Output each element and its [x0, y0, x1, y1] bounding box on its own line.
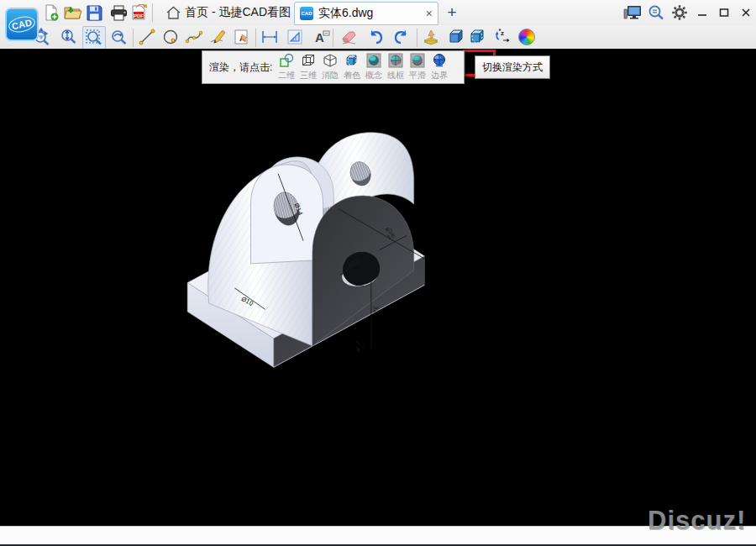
- home-icon: [166, 6, 181, 19]
- circle-tool-button[interactable]: [160, 26, 181, 48]
- zoom-previous-icon: [109, 28, 128, 46]
- maximize-icon: [719, 8, 729, 18]
- render-option-wireframe[interactable]: 线框: [385, 53, 407, 81]
- layers-icon: [423, 28, 443, 46]
- render-option-smooth[interactable]: 平滑: [407, 53, 428, 81]
- render-option-3d[interactable]: 三维: [297, 53, 319, 81]
- close-button[interactable]: [736, 4, 756, 21]
- app-window: CAD: [0, 0, 756, 546]
- line-icon: [138, 28, 156, 46]
- toggle-render-mode-button[interactable]: [465, 26, 487, 48]
- render-conceptual-icon: [366, 53, 381, 68]
- pencil-icon: [208, 28, 227, 46]
- open-file-button[interactable]: [62, 2, 84, 24]
- text-icon: A: [312, 28, 331, 46]
- render-option-2d[interactable]: 二维: [276, 53, 297, 81]
- area-tool-button[interactable]: [284, 26, 306, 48]
- svg-text:A: A: [315, 30, 324, 45]
- undo-button[interactable]: [365, 26, 386, 48]
- render-2d-icon: [279, 53, 294, 68]
- render-3d-icon: [301, 53, 316, 68]
- dimension-icon: [260, 28, 279, 46]
- render-smooth-icon: [410, 53, 425, 68]
- render-option-conceptual[interactable]: 概念: [363, 53, 385, 81]
- home-tab-label: 首页 - 迅捷CAD看图: [185, 5, 291, 20]
- save-icon: [87, 5, 102, 21]
- separator: [255, 29, 256, 47]
- separator: [417, 29, 417, 47]
- axis-orientation-button[interactable]: z: [491, 26, 512, 48]
- area-icon: [286, 28, 304, 46]
- zoom-search-icon: [648, 4, 664, 21]
- tab-file-active[interactable]: CAD 实体6.dwg ×: [294, 2, 438, 25]
- new-tab-button[interactable]: +: [443, 3, 461, 23]
- text-tool-button[interactable]: A: [311, 26, 333, 48]
- view-3d-cube-button[interactable]: [444, 26, 465, 48]
- app-logo-icon: CAD: [5, 8, 39, 41]
- title-bar: CAD: [0, 0, 756, 26]
- undo-icon: [366, 28, 385, 46]
- svg-text:PDF: PDF: [134, 13, 144, 18]
- toolbar: A A: [0, 25, 756, 50]
- render-popup-label: 渲染，请点击:: [209, 60, 272, 75]
- discuz-watermark: Discuz!: [648, 506, 746, 536]
- tooltip-switch-render-mode: 切换渲染方式: [475, 55, 550, 79]
- render-hidden-icon: [323, 53, 338, 68]
- sketch-pencil-button[interactable]: [207, 26, 228, 48]
- color-wheel-icon: [518, 29, 535, 45]
- zoom-window-button[interactable]: [82, 26, 106, 50]
- zoom-vertical-button[interactable]: [57, 26, 79, 48]
- zoom-window-icon: [85, 29, 103, 47]
- remote-screen-icon: [623, 4, 642, 21]
- dwg-file-icon: CAD: [300, 7, 313, 20]
- logo-text: CAD: [8, 14, 37, 34]
- new-file-button[interactable]: [40, 2, 62, 24]
- 3d-model-bearing-bracket: Ø14 18 R12 32 Ø10 9 40: [0, 49, 756, 526]
- maximize-button[interactable]: [714, 4, 734, 21]
- cube-icon: [445, 28, 464, 46]
- redo-button[interactable]: [391, 26, 412, 48]
- open-folder-icon: [64, 4, 82, 21]
- color-wheel-button[interactable]: [516, 26, 538, 48]
- circle-icon: [161, 28, 180, 46]
- zoom-previous-button[interactable]: [108, 26, 129, 48]
- settings-button[interactable]: [669, 2, 690, 24]
- render-option-boundary[interactable]: 边界: [428, 53, 450, 81]
- pdf-export-icon: PDF: [130, 4, 147, 21]
- printer-icon: [110, 5, 128, 21]
- tab-home[interactable]: 首页 - 迅捷CAD看图: [161, 0, 296, 25]
- layers-button[interactable]: [422, 26, 444, 48]
- line-tool-button[interactable]: [136, 26, 158, 48]
- render-shaded-icon: [344, 53, 360, 68]
- minimize-icon: [697, 8, 707, 18]
- gear-icon: [671, 4, 688, 21]
- render-option-hidden[interactable]: 消隐: [319, 53, 341, 81]
- axis-icon: z: [492, 28, 511, 46]
- spline-icon: [185, 28, 203, 46]
- file-tab-label: 实体6.dwg: [318, 6, 373, 21]
- print-button[interactable]: [108, 2, 129, 24]
- new-file-icon: [43, 4, 60, 21]
- separator: [333, 29, 333, 47]
- zoom-vertical-icon: [59, 28, 77, 46]
- separator: [133, 29, 134, 47]
- dimension-tool-button[interactable]: [259, 26, 281, 48]
- dim-label: 32: [372, 306, 380, 313]
- spline-tool-button[interactable]: [183, 26, 205, 48]
- status-bar: 模型 迅捷CAD: www.xunjiecad.com 版本：3.5.0.2: [0, 526, 756, 546]
- render-cube-icon: [467, 28, 486, 46]
- render-wireframe-icon: [388, 53, 403, 68]
- tab-close-icon[interactable]: ×: [426, 7, 433, 20]
- render-option-shaded[interactable]: 着色: [341, 53, 363, 81]
- export-pdf-button[interactable]: PDF: [128, 2, 150, 24]
- minimize-button[interactable]: [692, 4, 712, 21]
- save-button[interactable]: [83, 2, 105, 24]
- drawing-canvas[interactable]: Ø14 18 R12 32 Ø10 9 40: [0, 49, 756, 526]
- remote-screen-button[interactable]: [622, 2, 643, 24]
- separator: [152, 3, 153, 22]
- render-mode-popup: 渲染，请点击: 二维 三维: [202, 50, 465, 84]
- zoom-search-button[interactable]: [645, 2, 667, 24]
- eraser-button[interactable]: [338, 26, 360, 48]
- annotate-sign-button[interactable]: A: [230, 26, 252, 48]
- close-icon: [741, 8, 751, 18]
